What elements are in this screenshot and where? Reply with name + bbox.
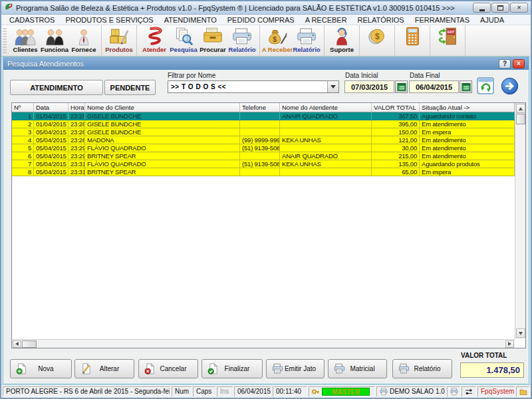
matricial-button[interactable]: Matricial <box>328 359 387 378</box>
table-row[interactable]: 505/04/201523:29FLÁVIO QUADRADO(51) 9139… <box>12 144 515 152</box>
toolbar-button-funciona[interactable]: Funciona <box>40 26 69 56</box>
filter-dropdown[interactable]: >> T O D O S << <box>168 80 339 93</box>
table-cell: 05/04/2015 <box>34 168 68 176</box>
menu-item-relat-rios[interactable]: RELATÓRIOS <box>352 16 410 24</box>
triangle-up-icon <box>519 107 523 110</box>
table-row[interactable]: 305/04/201523:28GISELE BUNDCHE150,00Em e… <box>12 128 515 136</box>
menu-item-a-receber[interactable]: A RECEBER <box>300 16 352 24</box>
toolbar-button-calculator[interactable] <box>398 26 427 56</box>
alterar-button[interactable]: Alterar <box>74 359 134 378</box>
cancelar-button[interactable]: Cancelar <box>138 359 198 378</box>
table-row[interactable]: 805/04/201523:31BRITNEY SPEAR65,00Em esp… <box>12 168 515 176</box>
end-date-input[interactable]: 06/04/2015 <box>409 80 459 93</box>
menu-item-cadastros[interactable]: CADASTROS <box>4 16 60 24</box>
column-header-n[interactable]: Nº <box>12 103 34 112</box>
horizontal-scroll-thumb[interactable] <box>22 340 37 348</box>
column-header-nome-do-atendente[interactable]: Nome do Atendente <box>280 103 372 112</box>
toolbar-button-procurar[interactable]: Procurar <box>198 26 227 56</box>
status-bar: PORTO ALEGRE - RS 6 de Abril de 2015 - S… <box>1 384 531 398</box>
column-header-data[interactable]: Data <box>34 103 68 112</box>
toolbar-button-fornece[interactable]: Fornece <box>69 26 98 56</box>
finalizar-button[interactable]: Finalizar <box>201 359 263 378</box>
menu-item-atendimento[interactable]: ATENDIMENTO <box>159 16 222 24</box>
horizontal-scrollbar[interactable] <box>12 339 515 348</box>
status-segment-ins: Ins <box>217 386 233 397</box>
vertical-scrollbar[interactable] <box>515 103 525 339</box>
status-text: PORTO ALEGRE - RS 6 de Abril de 2015 - S… <box>6 388 170 395</box>
column-header-valor-total[interactable]: VALOR TOTAL <box>372 103 420 112</box>
go-button[interactable] <box>501 77 519 95</box>
column-header-telefone[interactable]: Telefone <box>240 103 280 112</box>
table-cell: 23:28 <box>68 120 85 128</box>
menu-item-ferramentas[interactable]: FERRAMENTAS <box>410 16 475 24</box>
start-date-input[interactable]: 07/03/2015 <box>344 80 394 93</box>
end-date-calendar-button[interactable] <box>460 80 472 93</box>
edit-icon <box>80 363 92 374</box>
status-text: FpqSystem <box>481 388 515 395</box>
table-row[interactable]: 101/04/201523:28GISELE BUNDCHEANAIR QUAD… <box>12 112 515 120</box>
toolbar-group <box>395 25 430 56</box>
tab-pendente[interactable]: PENDENTE <box>104 80 156 95</box>
toolbar-button-label: Relatório <box>293 46 320 53</box>
scroll-left-button[interactable] <box>13 340 21 348</box>
button-label: Alterar <box>92 365 134 372</box>
table-cell: 2 <box>12 120 34 128</box>
maximize-button[interactable] <box>491 3 509 13</box>
relat-rio-button[interactable]: Relatório <box>392 359 452 378</box>
emitir-jato-button[interactable]: Emitir Jato <box>266 359 325 378</box>
button-label: Nova <box>27 365 71 372</box>
window-controls: × <box>473 3 528 13</box>
status-text: Num <box>175 388 189 395</box>
toolbar-button-produtos[interactable]: Produtos <box>104 26 134 56</box>
table-cell <box>280 128 372 136</box>
app-icon <box>4 2 13 14</box>
column-header-situa-o-atual[interactable]: Situação Atual -> <box>420 103 515 112</box>
tab-atendimento[interactable]: ATENDIMENTO <box>10 80 103 95</box>
toolbar-button-coin[interactable]: $ <box>362 26 392 56</box>
printer-btn-icon <box>334 363 345 374</box>
sliders-icon <box>465 388 473 396</box>
toolbar-group: Produtos <box>102 25 137 56</box>
dropdown-arrow-button[interactable] <box>327 81 338 92</box>
scroll-down-button[interactable] <box>516 329 525 338</box>
close-button[interactable]: × <box>510 3 528 13</box>
table-cell: 01/04/2015 <box>34 120 68 128</box>
toolbar-button-pesquisa[interactable]: Pesquisa <box>169 26 198 56</box>
table-cell: 23:28 <box>68 136 85 144</box>
panel-close-button[interactable]: × <box>513 59 525 68</box>
menu-bar: CADASTROSPRODUTOS E SERVIÇOSATENDIMENTOP… <box>1 15 531 25</box>
toolbar-button-exit[interactable]: EXIT <box>433 26 462 56</box>
nova-button[interactable]: Nova <box>10 359 72 378</box>
start-date-calendar-button[interactable] <box>395 80 408 93</box>
toolbar-button-atender[interactable]: Atender <box>140 26 169 56</box>
new-doc-icon <box>16 363 27 374</box>
table-row[interactable]: 201/04/201523:28GISELE BUNDCHE395,00Em a… <box>12 120 515 128</box>
toolbar-button-suporte[interactable]: Suporte <box>327 26 356 56</box>
column-header-hora[interactable]: Hora <box>68 103 85 112</box>
menu-item-produtos-e-servi-os[interactable]: PRODUTOS E SERVIÇOS <box>60 16 158 24</box>
refresh-button[interactable] <box>477 77 494 94</box>
toolbar-button-clientes[interactable]: Clientes <box>11 26 40 56</box>
help-button[interactable]: ? <box>499 59 511 68</box>
status-text: Caps <box>196 388 211 395</box>
table-row[interactable]: 705/04/201523:31FLÁVIO QUADRADO(51) 9139… <box>12 160 515 168</box>
table-row[interactable]: 405/04/201523:28MADONA(99) 9999-9999KEKA… <box>12 136 515 144</box>
window-title: Programa Salão de Beleza & Estética + Pr… <box>16 4 470 12</box>
table-cell: BRITNEY SPEAR <box>85 152 240 160</box>
minimize-button[interactable] <box>473 3 491 13</box>
toolbar-button-relat-rio[interactable]: Relatório <box>227 26 257 56</box>
table-row[interactable]: 605/04/201523:29BRITNEY SPEARANAIR QUADR… <box>12 152 515 160</box>
toolbar-button-relat-rio[interactable]: Relatório <box>292 26 321 56</box>
column-header-nome-do-cliente[interactable]: Nome do Cliente <box>85 103 240 112</box>
menu-item-pedido-compras[interactable]: PEDIDO COMPRAS <box>222 16 300 24</box>
scroll-right-button[interactable] <box>505 340 514 348</box>
cancel-icon <box>144 363 156 374</box>
results-table: NºDataHoraNome do ClienteTelefoneNome do… <box>11 102 526 348</box>
table-cell: 05/04/2015 <box>34 160 68 168</box>
toolbar-button-a-receber[interactable]: $A Receber <box>263 26 292 56</box>
toolbar-button-label: Funciona <box>41 46 68 53</box>
printer-icon <box>231 27 253 46</box>
vertical-scroll-thumb[interactable] <box>516 114 525 124</box>
menu-item-ajuda[interactable]: AJUDA <box>475 16 509 24</box>
scroll-up-button[interactable] <box>516 104 525 113</box>
